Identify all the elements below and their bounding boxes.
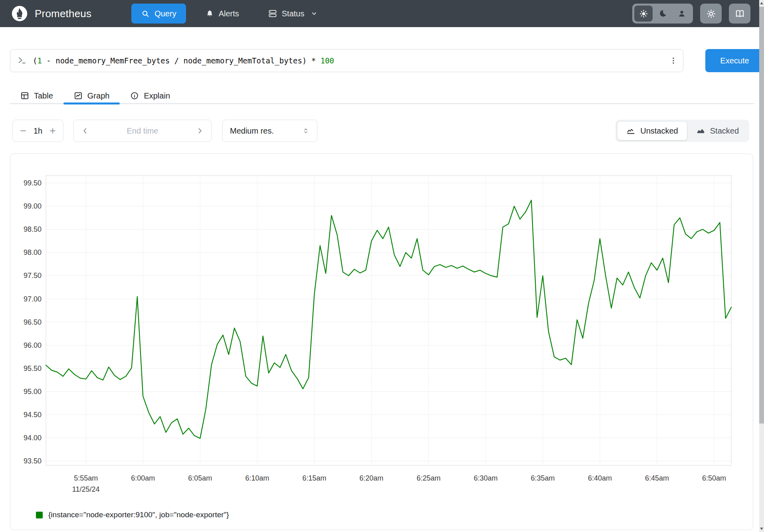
svg-text:11/25/24: 11/25/24 (72, 485, 100, 493)
svg-text:98.50: 98.50 (24, 225, 42, 233)
theme-system-button[interactable] (673, 6, 691, 22)
bell-icon (205, 9, 214, 18)
svg-text:6:25am: 6:25am (417, 474, 441, 482)
theme-light-button[interactable] (634, 6, 653, 22)
tab-explain[interactable]: Explain (120, 88, 180, 103)
chevron-down-icon (310, 10, 318, 18)
tab-graph-label: Graph (87, 91, 110, 100)
scroll-up-arrow-icon[interactable] (760, 2, 763, 4)
svg-text:99.50: 99.50 (24, 179, 42, 187)
svg-text:6:30am: 6:30am (474, 474, 498, 482)
range-increase-button[interactable] (48, 126, 57, 136)
svg-text:94.00: 94.00 (24, 434, 42, 442)
area-chart-icon (696, 126, 705, 136)
svg-text:6:05am: 6:05am (188, 474, 212, 482)
info-icon (130, 91, 139, 100)
line-chart-icon (626, 126, 635, 136)
search-icon (141, 9, 150, 18)
query-options-menu-button[interactable] (666, 53, 681, 69)
user-icon (677, 9, 687, 18)
series-color-swatch (36, 512, 43, 518)
graph-canvas[interactable]: 5:55am11/25/246:00am6:05am6:10am6:15am6:… (10, 154, 753, 530)
page-scrollbar[interactable] (759, 0, 764, 532)
time-back-button[interactable] (80, 126, 91, 136)
moon-icon (658, 9, 667, 18)
svg-text:98.00: 98.00 (24, 248, 42, 256)
svg-text:5:55am: 5:55am (74, 474, 98, 482)
svg-text:96.50: 96.50 (24, 318, 42, 326)
series-label: {instance="node-exporter:9100", job="nod… (48, 510, 229, 519)
nav-query-label: Query (154, 9, 176, 18)
svg-text:93.50: 93.50 (24, 457, 42, 465)
gear-icon (706, 8, 716, 19)
svg-text:96.00: 96.00 (24, 341, 42, 349)
svg-text:97.00: 97.00 (24, 295, 42, 303)
svg-text:97.50: 97.50 (24, 272, 42, 280)
nav-query-button[interactable]: Query (131, 4, 186, 24)
svg-text:95.50: 95.50 (24, 365, 42, 372)
svg-text:94.50: 94.50 (24, 411, 42, 419)
terminal-prompt-icon (17, 55, 27, 66)
svg-text:6:40am: 6:40am (588, 474, 612, 482)
unstacked-option[interactable]: Unstacked (617, 121, 687, 140)
query-bar: (1 - node_memory_MemFree_bytes / node_me… (10, 49, 754, 72)
result-tabs: Table Graph Explain (10, 88, 754, 104)
tab-graph[interactable]: Graph (63, 88, 120, 103)
select-caret-icon (302, 127, 310, 135)
settings-button[interactable] (700, 4, 722, 24)
chart-icon (74, 91, 83, 100)
server-stack-icon (268, 9, 277, 18)
table-icon (20, 91, 29, 100)
range-selector: 1h (12, 120, 63, 142)
range-value[interactable]: 1h (34, 126, 42, 136)
top-navbar: Prometheus Query Alerts (0, 0, 759, 27)
legend-item[interactable]: {instance="node-exporter:9100", job="nod… (36, 510, 229, 519)
scroll-down-arrow-icon[interactable] (760, 528, 763, 530)
nav-alerts-label: Alerts (219, 9, 239, 18)
stacked-label: Stacked (710, 126, 739, 136)
app-title: Prometheus (35, 8, 91, 20)
docs-button[interactable] (729, 4, 750, 24)
svg-text:6:50am: 6:50am (702, 474, 726, 482)
nav-status-label: Status (282, 9, 305, 18)
stacked-option[interactable]: Stacked (687, 121, 748, 140)
svg-text:6:15am: 6:15am (302, 474, 326, 482)
nav-status-menu[interactable]: Status (268, 9, 319, 18)
theme-dark-button[interactable] (653, 6, 672, 22)
end-time-picker[interactable]: End time (73, 120, 212, 142)
end-time-placeholder: End time (127, 126, 158, 136)
expression-input[interactable]: (1 - node_memory_MemFree_bytes / node_me… (10, 49, 683, 72)
execute-button[interactable]: Execute (705, 49, 764, 72)
range-decrease-button[interactable] (18, 126, 28, 136)
time-forward-button[interactable] (194, 126, 205, 136)
promql-expression: (1 - node_memory_MemFree_bytes / node_me… (33, 56, 334, 65)
tab-table-label: Table (34, 91, 53, 100)
resolution-select[interactable]: Medium res. (222, 120, 317, 142)
graph-controls: 1h End time Medium res. (10, 120, 754, 142)
unstacked-label: Unstacked (640, 126, 678, 136)
svg-text:6:10am: 6:10am (245, 474, 269, 482)
scrollbar-thumb[interactable] (759, 7, 764, 424)
svg-text:99.00: 99.00 (24, 202, 42, 210)
prometheus-logo-icon (11, 5, 28, 22)
sun-icon (639, 9, 649, 19)
nav-alerts-button[interactable]: Alerts (205, 9, 239, 18)
svg-text:6:00am: 6:00am (131, 474, 155, 482)
brand[interactable]: Prometheus (11, 5, 91, 22)
book-icon (734, 8, 745, 19)
svg-text:6:20am: 6:20am (360, 474, 384, 482)
theme-toggle-group (632, 4, 693, 24)
svg-text:6:45am: 6:45am (645, 474, 669, 482)
svg-text:6:35am: 6:35am (531, 474, 555, 482)
resolution-value: Medium res. (230, 126, 274, 136)
tab-table[interactable]: Table (10, 88, 63, 103)
tab-explain-label: Explain (144, 91, 170, 100)
stacking-toggle: Unstacked Stacked (616, 120, 749, 142)
graph-panel: 5:55am11/25/246:00am6:05am6:10am6:15am6:… (10, 154, 753, 530)
svg-text:95.00: 95.00 (24, 388, 42, 396)
